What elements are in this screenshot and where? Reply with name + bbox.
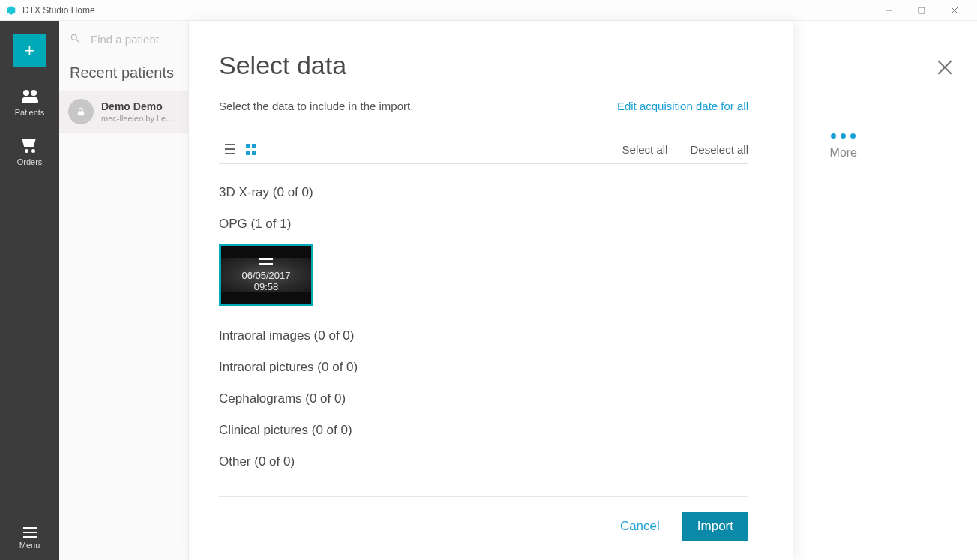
patient-list-panel: Recent patients Demo Demo mec-lleeleo by… — [59, 21, 189, 560]
category-3d-xray: 3D X-ray (0 of 0) — [219, 185, 748, 200]
category-opg: OPG (1 of 1) — [219, 217, 748, 232]
search-input[interactable] — [91, 33, 181, 46]
window-titlebar: DTX Studio Home — [0, 0, 977, 21]
app-logo-icon — [6, 5, 16, 16]
opg-thumbnail[interactable]: 06/05/2017 09:58 — [219, 244, 313, 306]
list-view-toggle[interactable] — [225, 142, 235, 156]
main-sidebar: + Patients Orders Menu — [0, 21, 59, 560]
thumbnail-time: 09:58 — [254, 281, 279, 292]
category-other: Other (0 of 0) — [219, 454, 748, 469]
patient-list-item[interactable]: Demo Demo mec-lleeleo by Lee.Le — [59, 91, 188, 133]
import-button[interactable]: Import — [682, 512, 748, 541]
grid-view-toggle[interactable] — [246, 143, 258, 155]
more-label: More — [830, 146, 857, 160]
patient-search[interactable] — [59, 21, 188, 57]
category-intraoral-images: Intraoral images (0 of 0) — [219, 328, 748, 343]
sidebar-item-label: Menu — [19, 541, 40, 550]
svg-line-6 — [76, 39, 79, 42]
svg-rect-7 — [78, 111, 84, 115]
patients-icon — [22, 90, 38, 103]
thumbnail-date: 06/05/2017 — [241, 270, 290, 281]
modal-description: Select the data to include in the import… — [219, 100, 413, 112]
sidebar-item-menu[interactable]: Menu — [0, 527, 59, 550]
category-intraoral-pictures: Intraoral pictures (0 of 0) — [219, 360, 748, 375]
category-clinical-pictures: Clinical pictures (0 of 0) — [219, 423, 748, 438]
menu-icon — [23, 527, 37, 538]
window-maximize-button[interactable] — [905, 0, 938, 21]
add-button[interactable]: + — [13, 34, 46, 67]
sidebar-item-patients[interactable]: Patients — [0, 90, 59, 117]
category-cephalograms: Cephalograms (0 of 0) — [219, 391, 748, 406]
cart-icon — [22, 139, 37, 153]
svg-rect-2 — [919, 7, 925, 13]
recent-patients-header: Recent patients — [59, 57, 188, 91]
select-data-panel: Select data Select the data to include i… — [189, 21, 793, 560]
more-actions-button[interactable]: More — [830, 133, 857, 160]
sidebar-item-label: Patients — [15, 108, 45, 117]
sidebar-item-label: Orders — [17, 157, 43, 166]
sidebar-item-orders[interactable]: Orders — [0, 139, 59, 166]
stack-icon — [259, 258, 273, 265]
edit-acquisition-date-link[interactable]: Edit acquisition date for all — [617, 100, 748, 112]
cancel-button[interactable]: Cancel — [616, 513, 664, 540]
modal-title: Select data — [219, 51, 748, 80]
svg-point-5 — [71, 34, 76, 40]
more-dots-icon — [831, 133, 856, 139]
content-area: More Select data Select the data to incl… — [189, 21, 977, 560]
svg-marker-0 — [7, 6, 16, 15]
select-all-button[interactable]: Select all — [622, 143, 668, 156]
patient-subtext: mec-lleeleo by Lee.Le — [101, 114, 176, 123]
deselect-all-button[interactable]: Deselect all — [690, 143, 748, 156]
window-minimize-button[interactable] — [872, 0, 905, 21]
lock-icon — [68, 99, 94, 124]
search-icon — [70, 33, 80, 46]
window-title: DTX Studio Home — [22, 5, 95, 16]
close-panel-button[interactable] — [935, 57, 955, 82]
patient-name: Demo Demo — [101, 100, 176, 112]
window-close-button[interactable] — [938, 0, 971, 21]
